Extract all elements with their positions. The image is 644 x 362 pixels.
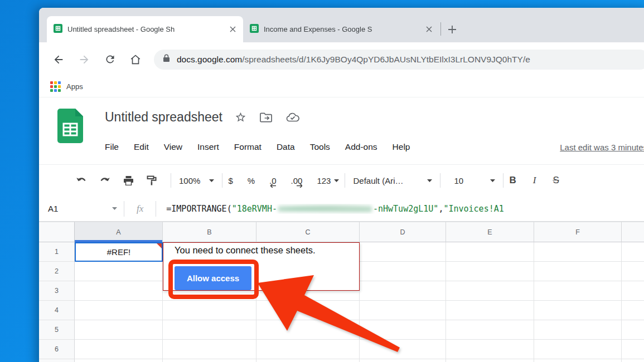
- cloud-saved-icon[interactable]: [286, 112, 299, 123]
- star-icon[interactable]: [235, 111, 246, 123]
- grid-cell[interactable]: [75, 301, 163, 320]
- grid-cell[interactable]: [256, 320, 360, 340]
- grid-cell[interactable]: [446, 301, 534, 320]
- apps-grid-icon[interactable]: [50, 81, 61, 92]
- apps-bookmark[interactable]: Apps: [66, 82, 83, 91]
- row-header-4[interactable]: 4: [39, 301, 75, 320]
- format-percent-button[interactable]: %: [248, 176, 255, 185]
- print-icon[interactable]: [118, 170, 138, 190]
- grid-cell[interactable]: [360, 359, 446, 362]
- grid-cell[interactable]: [360, 301, 446, 320]
- column-header-b[interactable]: B: [163, 222, 256, 242]
- grid-cell[interactable]: [360, 242, 446, 262]
- menu-item-file[interactable]: File: [105, 142, 119, 152]
- menu-item-edit[interactable]: Edit: [134, 142, 149, 152]
- grid-cell[interactable]: [534, 359, 622, 362]
- grid-cell[interactable]: [622, 340, 644, 359]
- tab-close-icon[interactable]: [227, 25, 238, 35]
- grid-cell[interactable]: [446, 262, 534, 281]
- grid-cell[interactable]: [534, 301, 622, 320]
- grid-cell[interactable]: [622, 359, 644, 362]
- grid-cell[interactable]: [75, 320, 163, 340]
- grid-cell[interactable]: [163, 320, 256, 340]
- row-header-partial[interactable]: [39, 359, 75, 362]
- undo-icon[interactable]: [71, 170, 91, 190]
- grid-cell[interactable]: [360, 340, 446, 359]
- grid-cell[interactable]: [534, 320, 622, 340]
- menu-item-help[interactable]: Help: [393, 142, 410, 152]
- grid-cell[interactable]: [163, 301, 256, 320]
- grid-cell[interactable]: [360, 320, 446, 340]
- paint-format-icon[interactable]: [142, 170, 162, 190]
- menu-item-view[interactable]: View: [164, 142, 182, 152]
- row-header-2[interactable]: 2: [39, 262, 75, 281]
- menu-item-tools[interactable]: Tools: [310, 142, 330, 152]
- more-formats-button[interactable]: 123: [317, 176, 331, 185]
- lock-icon[interactable]: [163, 54, 170, 65]
- grid-cell[interactable]: [622, 320, 644, 340]
- last-edit-link[interactable]: Last edit was 3 minutes: [560, 143, 644, 152]
- grid-cell[interactable]: [446, 320, 534, 340]
- sheets-logo-icon[interactable]: [57, 109, 83, 145]
- redo-icon[interactable]: [95, 170, 115, 190]
- font-size-control[interactable]: 10: [448, 176, 495, 185]
- column-header-a[interactable]: A: [75, 222, 163, 242]
- grid-cell[interactable]: [446, 242, 534, 262]
- increase-decimals-button[interactable]: .00: [291, 176, 303, 185]
- font-family-control[interactable]: Default (Ari…: [353, 176, 432, 185]
- column-header-d[interactable]: D: [360, 222, 446, 242]
- grid-cell[interactable]: [75, 262, 163, 281]
- strikethrough-button[interactable]: S: [553, 175, 559, 186]
- grid-cell[interactable]: [163, 340, 256, 359]
- new-tab-button[interactable]: [444, 22, 460, 37]
- menu-item-data[interactable]: Data: [277, 142, 295, 152]
- menu-item-addons[interactable]: Add-ons: [345, 142, 377, 152]
- grid-cell[interactable]: [622, 301, 644, 320]
- column-header-f[interactable]: F: [534, 222, 622, 242]
- formula-input[interactable]: =IMPORTRANGE("18eRVMH--nHwTuw2gL1U","Inv…: [156, 204, 644, 214]
- zoom-control[interactable]: 100%: [179, 176, 214, 185]
- select-all-corner[interactable]: [39, 222, 75, 242]
- forward-icon[interactable]: [75, 50, 94, 69]
- grid-cell[interactable]: [256, 301, 360, 320]
- back-icon[interactable]: [49, 50, 68, 69]
- grid-cell[interactable]: [256, 359, 360, 362]
- name-box[interactable]: A1: [39, 204, 124, 213]
- document-title[interactable]: Untitled spreadsheet: [105, 110, 222, 125]
- grid-cell[interactable]: [360, 281, 446, 301]
- tab-untitled-spreadsheet[interactable]: Untitled spreadsheet - Google Sh: [47, 16, 243, 42]
- url-bar[interactable]: docs.google.com/spreadsheets/d/1K6Jy9BOy…: [154, 50, 644, 70]
- row-header-6[interactable]: 6: [39, 340, 75, 359]
- decrease-decimals-button[interactable]: .0: [269, 176, 277, 185]
- column-header-c[interactable]: C: [256, 222, 360, 242]
- grid-cell[interactable]: [446, 359, 534, 362]
- row-header-5[interactable]: 5: [39, 320, 75, 340]
- grid-cell[interactable]: [622, 281, 644, 301]
- grid-cell[interactable]: [534, 281, 622, 301]
- grid-cell[interactable]: [75, 340, 163, 359]
- italic-button[interactable]: I: [533, 175, 536, 186]
- grid-cell[interactable]: [256, 340, 360, 359]
- tab-income-and-expenses[interactable]: Income and Expenses - Google S: [243, 16, 439, 42]
- column-header-partial[interactable]: [622, 222, 644, 242]
- cell-a1-selected[interactable]: #REF!: [75, 242, 163, 262]
- grid-cell[interactable]: [534, 340, 622, 359]
- row-header-3[interactable]: 3: [39, 281, 75, 301]
- column-header-e[interactable]: E: [446, 222, 534, 242]
- move-to-folder-icon[interactable]: [260, 112, 273, 123]
- grid-cell[interactable]: [622, 262, 644, 281]
- grid-cell[interactable]: [360, 262, 446, 281]
- grid-cell[interactable]: [446, 340, 534, 359]
- bold-button[interactable]: B: [509, 175, 516, 186]
- home-icon[interactable]: [126, 50, 145, 69]
- row-header-1[interactable]: 1: [39, 242, 75, 262]
- grid-cell[interactable]: [534, 262, 622, 281]
- grid-cell[interactable]: [75, 359, 163, 362]
- grid-cell[interactable]: [622, 242, 644, 262]
- menu-item-insert[interactable]: Insert: [197, 142, 219, 152]
- grid-cell[interactable]: [75, 281, 163, 301]
- grid-cell[interactable]: [163, 359, 256, 362]
- grid-cell[interactable]: [446, 281, 534, 301]
- tab-close-icon[interactable]: [424, 25, 434, 35]
- grid-cell[interactable]: [534, 242, 622, 262]
